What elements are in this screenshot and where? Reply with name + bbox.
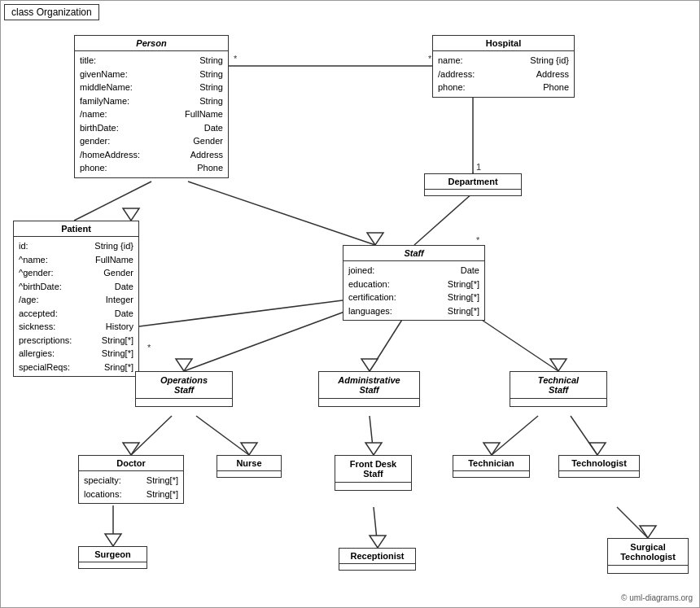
front-desk-title: Front DeskStaff: [335, 456, 411, 483]
patient-attrs: id:String {id} ^name:FullName ^gender:Ge…: [14, 237, 138, 376]
diagram-container: * * 1 * 1 * * * class Organization Perso…: [0, 0, 700, 608]
class-surgeon: Surgeon: [78, 546, 147, 569]
class-nurse: Nurse: [217, 455, 282, 478]
class-surgical-technologist: SurgicalTechnologist: [607, 538, 689, 574]
svg-line-10: [196, 416, 249, 455]
svg-marker-25: [365, 443, 382, 455]
svg-marker-27: [589, 443, 606, 455]
person-attrs: title:String givenName:String middleName…: [75, 51, 228, 177]
hospital-title: Hospital: [433, 36, 574, 51]
technologist-title: Technologist: [559, 456, 639, 471]
class-front-desk: Front DeskStaff: [335, 455, 412, 491]
patient-title: Patient: [14, 221, 138, 237]
doctor-attrs: specialty:String[*] locations:String[*]: [79, 471, 183, 503]
class-receptionist: Receptionist: [339, 548, 416, 571]
receptionist-title: Receptionist: [339, 549, 415, 564]
diagram-label: class Organization: [4, 4, 99, 20]
svg-line-17: [139, 300, 343, 326]
svg-line-0: [74, 182, 151, 221]
class-person: Person title:String givenName:String mid…: [74, 35, 229, 178]
svg-marker-20: [176, 359, 192, 371]
doctor-title: Doctor: [79, 456, 183, 471]
copyright-text: © uml-diagrams.org: [621, 593, 693, 602]
svg-marker-28: [105, 534, 121, 546]
svg-line-16: [617, 507, 648, 538]
svg-line-1: [188, 182, 375, 245]
svg-marker-18: [123, 208, 139, 221]
operations-staff-title: OperationsStaff: [136, 372, 232, 399]
class-technologist: Technologist: [558, 455, 640, 478]
class-hospital: Hospital name:String {id} /address:Addre…: [432, 35, 575, 98]
class-operations-staff: OperationsStaff: [135, 371, 233, 407]
nurse-title: Nurse: [217, 456, 281, 471]
svg-text:1: 1: [476, 162, 481, 172]
class-technician: Technician: [453, 455, 530, 478]
svg-marker-19: [367, 233, 383, 245]
svg-line-12: [492, 416, 538, 455]
surgical-technologist-title: SurgicalTechnologist: [608, 539, 688, 566]
class-doctor: Doctor specialty:String[*] locations:Str…: [78, 455, 184, 504]
svg-line-9: [131, 416, 172, 455]
svg-marker-23: [123, 443, 139, 455]
svg-text:*: *: [476, 235, 480, 245]
technician-title: Technician: [453, 456, 529, 471]
svg-marker-21: [361, 359, 378, 371]
department-title: Department: [425, 174, 521, 190]
class-department: Department: [424, 173, 522, 196]
class-patient: Patient id:String {id} ^name:FullName ^g…: [13, 221, 139, 377]
staff-title: Staff: [343, 246, 484, 261]
svg-line-4: [414, 193, 473, 245]
class-staff: Staff joined:Date education:String[*] ce…: [343, 245, 485, 321]
class-technical-staff: TechnicalStaff: [510, 371, 607, 407]
svg-marker-26: [483, 443, 500, 455]
svg-line-13: [571, 416, 597, 455]
svg-marker-22: [550, 359, 567, 371]
svg-marker-30: [640, 526, 656, 538]
svg-line-15: [374, 507, 378, 548]
svg-text:*: *: [147, 343, 151, 352]
svg-marker-29: [370, 536, 386, 548]
technical-staff-title: TechnicalStaff: [510, 372, 606, 399]
hospital-attrs: name:String {id} /address:Address phone:…: [433, 51, 574, 97]
staff-attrs: joined:Date education:String[*] certific…: [343, 261, 484, 320]
svg-marker-24: [241, 443, 257, 455]
admin-staff-title: AdministrativeStaff: [319, 372, 419, 399]
svg-text:*: *: [234, 54, 238, 63]
svg-line-11: [370, 416, 374, 455]
surgeon-title: Surgeon: [79, 547, 147, 562]
class-admin-staff: AdministrativeStaff: [318, 371, 420, 407]
person-title: Person: [75, 36, 228, 51]
